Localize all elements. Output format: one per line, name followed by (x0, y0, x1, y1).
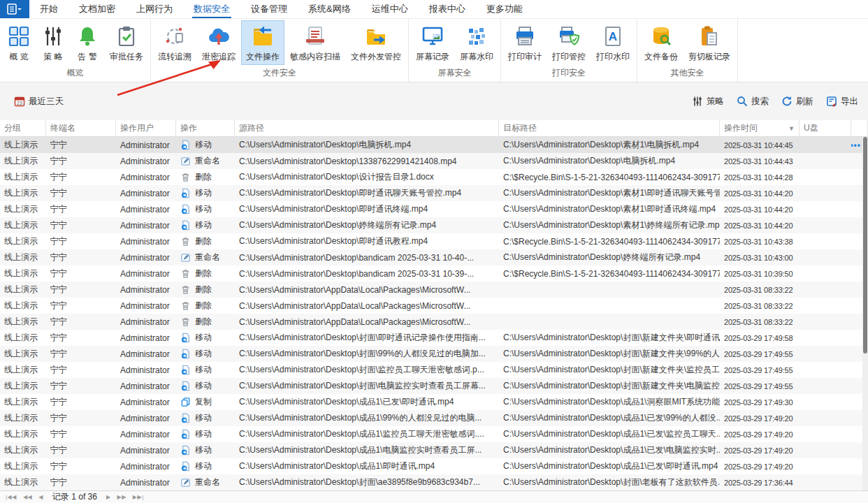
cell-user: Administrator (116, 317, 176, 327)
table-row[interactable]: 线上演示宁宁Administrator移动C:\Users\Administra… (0, 346, 868, 362)
table-row[interactable]: 线上演示宁宁Administrator移动C:\Users\Administra… (0, 410, 868, 426)
pager-button-next-2[interactable]: ▶▶| (133, 494, 144, 500)
cell-target-path: C:\Users\Administrator\Desktop\成品1\已发\监控… (499, 428, 720, 440)
pager-button-prev-2[interactable]: ◀ (38, 494, 43, 500)
cell-terminal: 宁宁 (46, 139, 116, 151)
menu-tab-系统&网络[interactable]: 系统&网络 (298, 0, 361, 18)
ribbon-item-打印管控[interactable]: 打印管控 (547, 20, 591, 65)
table-row[interactable]: 线上演示宁宁Administrator移动C:\Users\Administra… (0, 458, 868, 474)
pager-button-next-1[interactable]: ▶▶ (117, 494, 126, 500)
table-row[interactable]: 线上演示宁宁Administrator移动C:\Users\Administra… (0, 362, 868, 378)
ribbon-item-打印审计[interactable]: 打印审计 (503, 20, 547, 65)
table-row[interactable]: 线上演示宁宁Administrator删除C:\Users\Administra… (0, 298, 868, 314)
table-row[interactable]: 线上演示宁宁Administrator重命名C:\Users\Administr… (0, 153, 868, 169)
ribbon-item-流转追溯[interactable]: 流转追溯 (153, 20, 196, 65)
table-header: 分组终端名操作用户操作源路径目标路径操作时间▼U盘 (0, 120, 868, 137)
table-row[interactable]: 线上演示宁宁Administrator移动C:\Users\Administra… (0, 217, 868, 233)
cell-group: 线上演示 (0, 348, 46, 360)
column-header-操作用户[interactable]: 操作用户 (116, 120, 176, 136)
menu-tab-设备管理[interactable]: 设备管理 (240, 0, 298, 18)
toolbar-action-导出[interactable]: 导出 (826, 96, 858, 108)
cell-operation: 移动 (176, 364, 235, 376)
date-filter-button[interactable]: 23 最近三天 (14, 96, 64, 108)
app-menu-icon (7, 3, 22, 15)
table-row[interactable]: 线上演示宁宁Administrator移动C:\Users\Administra… (0, 201, 868, 217)
column-header-终端名[interactable]: 终端名 (46, 120, 116, 136)
column-header-操作时间[interactable]: 操作时间▼ (720, 120, 800, 136)
cell-group: 线上演示 (0, 396, 46, 408)
toolbar-action-label: 策略 (707, 96, 724, 108)
ribbon-item-审批任务[interactable]: 审批任务 (105, 20, 148, 65)
table-row[interactable]: 线上演示宁宁Administrator删除C:\Users\Administra… (0, 169, 868, 185)
op-move-icon (180, 461, 191, 472)
table-row[interactable]: 线上演示宁宁Administrator重命名C:\Users\Administr… (0, 249, 868, 265)
table-row[interactable]: 线上演示宁宁Administrator移动C:\Users\Administra… (0, 378, 868, 394)
table-row[interactable]: 线上演示宁宁Administrator删除C:\Users\Administra… (0, 314, 868, 330)
cell-terminal: 宁宁 (46, 396, 116, 408)
table-row[interactable]: 线上演示宁宁Administrator重命名C:\Users\Administr… (0, 474, 868, 490)
ribbon-item-敏感内容扫描[interactable]: 敏感内容扫描 (285, 20, 345, 65)
table-row[interactable]: 线上演示宁宁Administrator删除C:\Users\Administra… (0, 233, 868, 249)
table-row[interactable]: 线上演示宁宁Administrator移动C:\Users\Administra… (0, 442, 868, 458)
menu-tab-上网行为[interactable]: 上网行为 (126, 0, 183, 18)
column-header-label: 源路径 (239, 122, 264, 134)
table-row[interactable]: 线上演示宁宁Administrator移动C:\Users\Administra… (0, 426, 868, 442)
op-delete-icon (180, 172, 191, 182)
table-row[interactable]: 线上演示宁宁Administrator删除C:\Users\Administra… (0, 265, 868, 282)
menu-tab-数据安全[interactable]: 数据安全 (183, 0, 240, 18)
ribbon-item-文件外发管控[interactable]: 文件外发管控 (346, 20, 406, 65)
ribbon-item-剪切板记录[interactable]: 剪切板记录 (683, 20, 735, 65)
toolbar-action-搜索[interactable]: 搜索 (737, 96, 769, 108)
alert-icon (75, 24, 99, 48)
pager-button-prev-0[interactable]: |◀◀ (6, 494, 17, 500)
ribbon-item-label: 告 警 (78, 51, 96, 63)
toolbar-action-刷新[interactable]: 刷新 (781, 96, 813, 108)
cell-source-path: C:\Users\Administrator\Desktop\电脑拆机.mp4 (235, 139, 499, 151)
pager-right-buttons: ▶▶▶▶▶| (106, 494, 144, 500)
column-header-U盘[interactable]: U盘 (800, 120, 851, 136)
table-row[interactable]: 线上演示宁宁Administrator移动C:\Users\Administra… (0, 185, 868, 201)
table-row[interactable]: 线上演示宁宁Administrator移动C:\Users\Administra… (0, 137, 868, 153)
column-header-分组[interactable]: 分组 (0, 120, 46, 136)
cell-target-path: C:\Users\Administrator\Desktop\素材1\即时通讯聊… (499, 187, 720, 199)
menu-tab-运维中心[interactable]: 运维中心 (361, 0, 419, 18)
scrollbar-thumb[interactable] (863, 137, 867, 353)
table-row[interactable]: 线上演示宁宁Administrator复制C:\Users\Administra… (0, 394, 868, 410)
column-header-源路径[interactable]: 源路径 (235, 120, 499, 136)
vertical-scrollbar[interactable] (862, 137, 868, 490)
cell-group: 线上演示 (0, 139, 46, 151)
ribbon-item-label: 打印管控 (552, 51, 586, 63)
table-row[interactable]: 线上演示宁宁Administrator移动C:\Users\Administra… (0, 330, 868, 346)
cell-time: 2025-03-29 17:49:30 (720, 398, 800, 407)
cell-time: 2025-03-31 10:44:45 (720, 141, 800, 150)
cell-source-path: C:\Users\Administrator\AppData\Local\Pac… (235, 285, 499, 295)
ribbon-item-告 警[interactable]: 告 警 (71, 20, 104, 65)
ribbon-item-文件备份[interactable]: 文件备份 (639, 20, 683, 65)
cell-user: Administrator (116, 446, 176, 455)
menu-tab-文档加密[interactable]: 文档加密 (68, 0, 126, 18)
pager-button-next-0[interactable]: ▶ (106, 494, 111, 500)
menu-tab-开始[interactable]: 开始 (29, 0, 68, 18)
cell-target-path: C:\Users\Administrator\Desktop\成品1\已发\即时… (499, 460, 720, 472)
ribbon-item-策 略[interactable]: 策 略 (36, 20, 70, 65)
toolbar-action-策略[interactable]: 策略 (692, 96, 724, 108)
table-row[interactable]: 线上演示宁宁Administrator删除C:\Users\Administra… (0, 282, 868, 298)
menu-tab-更多功能[interactable]: 更多功能 (476, 0, 533, 18)
cell-operation: 移动 (176, 139, 235, 151)
cell-user: Administrator (116, 301, 176, 311)
cell-group: 线上演示 (0, 380, 46, 392)
column-header-目标路径[interactable]: 目标路径 (499, 120, 720, 136)
ribbon-item-屏幕记录[interactable]: 屏幕记录 (411, 20, 454, 65)
ribbon-item-文件操作[interactable]: 文件操作 (241, 20, 284, 65)
ribbon-item-打印水印[interactable]: A打印水印 (591, 20, 635, 65)
print-watermark-icon: A (601, 24, 625, 48)
ribbon-item-概 览[interactable]: 概 览 (2, 20, 36, 65)
ribbon-item-泄密追踪[interactable]: 泄密追踪 (197, 20, 240, 65)
ribbon-item-label: 泄密追踪 (202, 51, 236, 63)
pager-button-prev-1[interactable]: ◀◀ (23, 494, 32, 500)
cell-target-path: C:\Users\Administrator\Desktop\婷终端所有记录.m… (499, 252, 720, 263)
ribbon-item-屏幕水印[interactable]: 屏幕水印 (455, 20, 498, 65)
menu-tab-报表中心[interactable]: 报表中心 (419, 0, 476, 18)
app-menu-button[interactable] (0, 0, 29, 18)
column-header-操作[interactable]: 操作 (176, 120, 235, 136)
